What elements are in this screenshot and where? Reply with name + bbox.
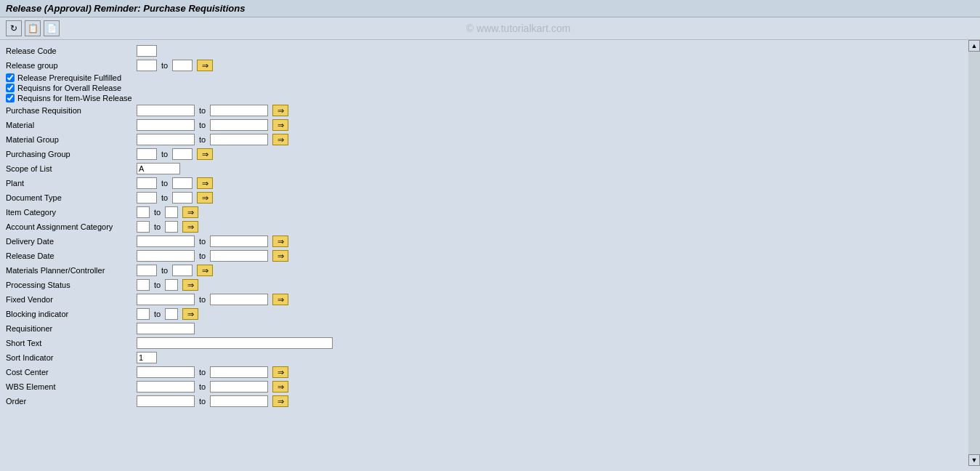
input-release-code[interactable] xyxy=(137,45,157,57)
row-material: Material to ⇒ xyxy=(6,118,965,132)
row-delivery-date: Delivery Date to ⇒ xyxy=(6,235,965,248)
input-order-to[interactable] xyxy=(210,395,268,407)
label-requisitioner: Requisitioner xyxy=(6,324,137,333)
arrow-btn-mat-planner[interactable]: ⇒ xyxy=(197,265,213,276)
row-order: Order to ⇒ xyxy=(6,395,965,408)
label-processing-status: Processing Status xyxy=(6,281,137,289)
input-purchasing-group-from[interactable] xyxy=(137,148,157,160)
arrow-btn-order[interactable]: ⇒ xyxy=(272,395,288,407)
arrow-btn-release-date[interactable]: ⇒ xyxy=(272,250,288,262)
label-release-code: Release Code xyxy=(6,47,137,55)
form-content: ▲ ▼ Release Code Release group to ⇒ Rele… xyxy=(0,40,980,466)
check-release-prereq[interactable] xyxy=(6,73,15,82)
label-purchase-req: Purchase Requisition xyxy=(6,106,137,115)
input-release-group-to[interactable] xyxy=(172,60,193,71)
input-requisitioner[interactable] xyxy=(137,323,195,334)
input-doc-type-from[interactable] xyxy=(137,192,157,204)
input-plant-to[interactable] xyxy=(172,177,193,189)
check-overall-release[interactable] xyxy=(6,84,15,92)
input-blocking-ind-from[interactable] xyxy=(137,308,150,320)
arrow-btn-doc-type[interactable]: ⇒ xyxy=(197,192,213,204)
input-material-from[interactable] xyxy=(137,119,195,131)
row-wbs-element: WBS Element to ⇒ xyxy=(6,380,965,393)
input-release-date-to[interactable] xyxy=(210,250,268,262)
arrow-btn-plant[interactable]: ⇒ xyxy=(197,177,213,189)
row-cost-center: Cost Center to ⇒ xyxy=(6,366,965,379)
scrollbar[interactable]: ▲ ▼ xyxy=(968,40,980,466)
row-overall-release: Requisns for Overall Release xyxy=(6,84,965,92)
input-cost-center-to[interactable] xyxy=(210,366,268,378)
input-mat-planner-from[interactable] xyxy=(137,265,157,276)
input-fixed-vendor-from[interactable] xyxy=(137,294,195,305)
arrow-btn-fixed-vendor[interactable]: ⇒ xyxy=(272,294,288,305)
input-purchasing-group-to[interactable] xyxy=(172,148,193,160)
arrow-btn-purchase-req[interactable]: ⇒ xyxy=(272,105,288,116)
input-acct-assign-from[interactable] xyxy=(137,221,150,233)
check-itemwise-release[interactable] xyxy=(6,94,15,102)
row-short-text: Short Text xyxy=(6,337,965,350)
arrow-btn-delivery-date[interactable]: ⇒ xyxy=(272,236,288,247)
row-blocking-ind: Blocking indicator to ⇒ xyxy=(6,307,965,321)
row-purchase-req: Purchase Requisition to ⇒ xyxy=(6,104,965,117)
input-purchase-req-from[interactable] xyxy=(137,105,195,116)
row-requisitioner: Requisitioner xyxy=(6,322,965,335)
input-item-cat-to[interactable] xyxy=(165,206,178,218)
arrow-btn-purchasing-group[interactable]: ⇒ xyxy=(197,148,213,160)
input-order-from[interactable] xyxy=(137,395,195,407)
input-wbs-from[interactable] xyxy=(137,381,195,392)
to-label-release-group: to xyxy=(161,61,168,70)
row-release-group: Release group to ⇒ xyxy=(6,59,965,72)
label-plant: Plant xyxy=(6,179,137,188)
input-release-date-from[interactable] xyxy=(137,250,195,262)
input-purchase-req-to[interactable] xyxy=(210,105,268,116)
label-overall-release: Requisns for Overall Release xyxy=(17,84,121,92)
label-short-text: Short Text xyxy=(6,339,137,347)
input-proc-status-from[interactable] xyxy=(137,279,150,291)
row-doc-type: Document Type to ⇒ xyxy=(6,191,965,204)
input-doc-type-to[interactable] xyxy=(172,192,193,204)
arrow-btn-blocking-ind[interactable]: ⇒ xyxy=(182,308,198,320)
input-scope-of-list[interactable] xyxy=(137,163,180,174)
input-delivery-date-from[interactable] xyxy=(137,236,195,247)
input-sort-indicator[interactable] xyxy=(137,352,157,363)
arrow-btn-acct-assign[interactable]: ⇒ xyxy=(182,221,198,233)
label-material: Material xyxy=(6,121,137,129)
input-release-group-from[interactable] xyxy=(137,60,157,71)
input-acct-assign-to[interactable] xyxy=(165,221,178,233)
input-short-text[interactable] xyxy=(137,337,333,349)
toolbar-btn-3[interactable]: 📄 xyxy=(44,20,60,36)
arrow-btn-cost-center[interactable]: ⇒ xyxy=(272,366,288,378)
scroll-down[interactable]: ▼ xyxy=(968,454,980,466)
input-mat-planner-to[interactable] xyxy=(172,265,193,276)
arrow-btn-proc-status[interactable]: ⇒ xyxy=(182,279,198,291)
toolbar-btn-1[interactable]: ↻ xyxy=(6,20,22,36)
input-blocking-ind-to[interactable] xyxy=(165,308,178,320)
input-material-group-from[interactable] xyxy=(137,134,195,145)
row-itemwise-release: Requisns for Item-Wise Release xyxy=(6,94,965,102)
row-fixed-vendor: Fixed Vendor to ⇒ xyxy=(6,293,965,306)
input-cost-center-from[interactable] xyxy=(137,366,195,378)
input-material-to[interactable] xyxy=(210,119,268,131)
arrow-btn-release-group[interactable]: ⇒ xyxy=(197,60,213,71)
row-mat-planner: Materials Planner/Controller to ⇒ xyxy=(6,264,965,277)
arrow-btn-material-group[interactable]: ⇒ xyxy=(272,134,288,145)
arrow-btn-wbs[interactable]: ⇒ xyxy=(272,381,288,392)
arrow-btn-item-cat[interactable]: ⇒ xyxy=(182,206,198,218)
input-item-cat-from[interactable] xyxy=(137,206,150,218)
row-purchasing-group: Purchasing Group to ⇒ xyxy=(6,148,965,161)
scroll-up[interactable]: ▲ xyxy=(968,40,980,52)
label-release-date: Release Date xyxy=(6,251,137,260)
input-plant-from[interactable] xyxy=(137,177,157,189)
input-material-group-to[interactable] xyxy=(210,134,268,145)
input-proc-status-to[interactable] xyxy=(165,279,178,291)
input-fixed-vendor-to[interactable] xyxy=(210,294,268,305)
row-release-date: Release Date to ⇒ xyxy=(6,249,965,262)
toolbar-btn-2[interactable]: 📋 xyxy=(25,20,41,36)
arrow-btn-material[interactable]: ⇒ xyxy=(272,119,288,131)
row-plant: Plant to ⇒ xyxy=(6,177,965,190)
label-cost-center: Cost Center xyxy=(6,368,137,377)
label-purchasing-group: Purchasing Group xyxy=(6,150,137,158)
input-wbs-to[interactable] xyxy=(210,381,268,392)
input-delivery-date-to[interactable] xyxy=(210,236,268,247)
row-acct-assign: Account Assignment Category to ⇒ xyxy=(6,220,965,233)
